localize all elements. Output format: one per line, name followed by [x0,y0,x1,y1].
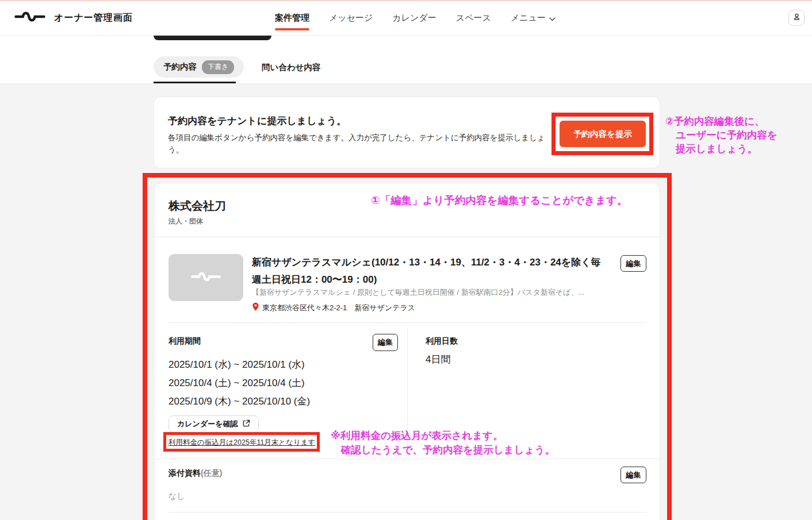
nav-label: メニュー [511,13,546,24]
listing-address: 東京都渋谷区代々木2-2-1 新宿サザンテラス [262,303,415,313]
listing-address-row: 東京都渋谷区代々木2-2-1 新宿サザンテラス [252,302,415,313]
edit-listing-button[interactable]: 編集 [621,255,646,272]
usage-days-label: 利用日数 [426,336,458,346]
usage-period-dates: 2025/10/1 (水) ~ 2025/10/1 (水) 2025/10/4 … [168,356,310,411]
present-reservation-button[interactable]: 予約内容を提示 [560,121,646,147]
user-account-button[interactable] [788,10,805,26]
present-card-body: 各項目の編集ボタンから予約内容を編集できます。入力が完了したら、テナントに予約内… [168,132,549,156]
nav-label: スペース [456,13,491,24]
tab-reservation-details[interactable]: 予約内容 下書き [154,56,244,78]
divider [168,512,647,513]
top-accent-line [0,0,812,1]
listing-placeholder-wave-icon [189,268,223,287]
listing-title: 新宿サザンテラスマルシェ(10/12・13・14・19、11/2・3・4・23・… [252,254,605,288]
nav-label: メッセージ [329,13,373,24]
listing-thumbnail [168,254,243,301]
date-range-row: 2025/10/4 (土) ~ 2025/10/4 (土) [168,374,310,392]
company-name: 株式会社刀 [168,198,226,214]
nav-item-messages[interactable]: メッセージ [329,0,373,36]
brand: オーナー管理画面 [14,0,133,36]
app-header: オーナー管理画面 案件管理 メッセージ カレンダー スペース メニュー [0,0,812,36]
app-title: オーナー管理画面 [54,12,133,24]
divider [168,322,647,323]
annotation-line: 提示しましょう。 [665,142,777,156]
check-calendar-button[interactable]: カレンダーを確認 [168,415,259,433]
usage-days-value: 4日間 [426,353,450,366]
nav-label: カレンダー [392,13,436,24]
nav-label: 案件管理 [275,13,309,24]
date-range-row: 2025/10/9 (木) ~ 2025/10/10 (金) [168,392,310,411]
active-tab-underline [275,28,309,30]
annotation-line: 確認したうえで、予約内容を提示しましょう。 [331,443,555,457]
attachments-value: なし [168,491,185,502]
divider [155,237,660,237]
annotation-line: ユーザーに予約内容を [665,128,777,142]
draft-status-badge: 下書き [202,60,234,74]
annotation-note-transfer: ※利用料金の振込月が表示されます。 確認したうえで、予約内容を提示しましょう。 [331,429,555,457]
nav-item-spaces[interactable]: スペース [456,0,491,36]
active-tab-underline [154,82,236,83]
owner-admin-page: オーナー管理画面 案件管理 メッセージ カレンダー スペース メニュー [0,0,812,520]
location-pin-icon [252,302,259,313]
date-range-row: 2025/10/1 (水) ~ 2025/10/1 (水) [168,356,310,374]
annotation-line: ※利用料金の振込月が表示されます。 [331,429,555,443]
logo-wave-icon [14,9,46,27]
nav-item-calendar[interactable]: カレンダー [392,0,436,36]
attachments-label: 添付資料(任意) [168,468,222,479]
attachments-optional-suffix: (任意) [201,468,222,477]
usage-period-label: 利用期間 [168,336,201,346]
annotation-note-edit: ①「編集」より予約内容を編集することができます。 [371,193,627,207]
booking-details-card: 株式会社刀 法人・団体 新宿サザンテラスマルシェ(10/12・13・14・19、… [154,183,660,520]
annotation-note-present: ②予約内容編集後に、 ユーザーに予約内容を 提示しましょう。 [665,114,777,156]
tab-bar: 予約内容 下書き 問い合わせ内容 [0,36,812,84]
annotation-line: ②予約内容編集後に、 [665,114,777,128]
scrolled-black-button[interactable] [154,36,271,40]
check-calendar-label: カレンダーを確認 [177,419,238,429]
main-nav: 案件管理 メッセージ カレンダー スペース メニュー [275,0,556,36]
tab-inquiry-details[interactable]: 問い合わせ内容 [262,62,321,73]
chevron-down-icon [549,13,556,23]
nav-item-menu[interactable]: メニュー [511,0,556,36]
user-icon [792,12,802,24]
transfer-month-note-link[interactable]: 利用料金の振込月は2025年11月末となります [168,438,315,448]
edit-attachments-button[interactable]: 編集 [621,467,646,483]
nav-item-case-management[interactable]: 案件管理 [275,0,309,36]
edit-period-button[interactable]: 編集 [373,334,398,351]
external-link-icon [243,419,250,429]
tab-label: 予約内容 [163,61,197,72]
company-type: 法人・団体 [168,217,203,226]
divider [155,459,660,459]
attachments-label-text: 添付資料 [168,468,201,477]
present-card-heading: 予約内容をテナントに提示しましょう。 [168,114,346,128]
listing-description: 【新宿サザンテラスマルシェ / 原則として毎週土日祝日開催 / 新宿駅南口2分】… [252,287,608,298]
